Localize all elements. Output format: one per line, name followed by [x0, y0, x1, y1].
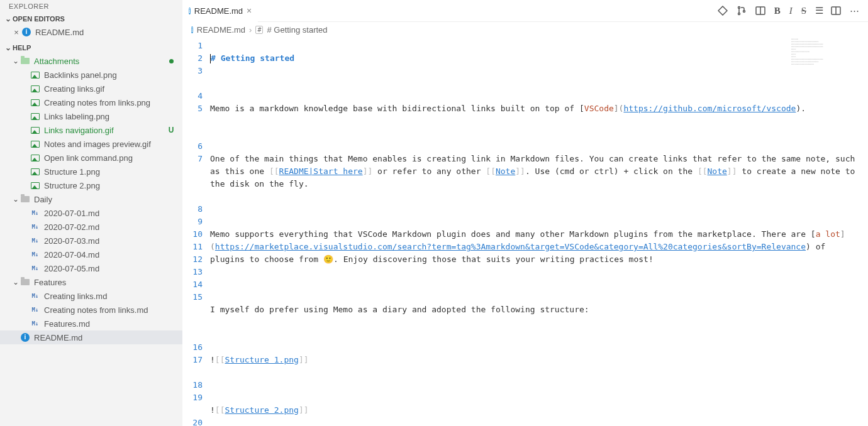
file-label: 2020-07-03.md	[44, 236, 176, 246]
folder-icon	[20, 277, 30, 287]
file-row[interactable]: M↓2020-07-02.md	[0, 220, 182, 234]
file-row[interactable]: Structure 2.png	[0, 178, 182, 192]
file-row[interactable]: Creating notes from links.png	[0, 96, 182, 109]
open-editors-header[interactable]: ⌄ OPEN EDITORS	[0, 13, 182, 25]
folder-icon	[20, 56, 30, 66]
image-icon	[30, 153, 40, 163]
file-row[interactable]: iREADME.md	[0, 330, 182, 344]
file-row[interactable]: Structure 1.png	[0, 165, 182, 178]
folder-row[interactable]: ⌄Daily	[0, 192, 182, 206]
svg-point-0	[738, 7, 740, 9]
strike-icon[interactable]: S	[801, 6, 806, 16]
preview-icon[interactable]	[755, 6, 765, 16]
file-label: Attachments	[34, 57, 169, 66]
markdown-icon: M↓	[30, 291, 40, 301]
source-control-icon[interactable]	[718, 6, 728, 16]
folder-icon	[20, 194, 30, 204]
split-icon[interactable]	[831, 6, 841, 16]
file-row[interactable]: Open link command.png	[0, 151, 182, 165]
markdown-icon: M↓	[30, 208, 40, 218]
image-icon	[30, 70, 40, 80]
file-row[interactable]: Notes and images preview.gif	[0, 137, 182, 151]
markdown-icon: M↓	[30, 263, 40, 273]
open-editor-item[interactable]: × i README.md	[0, 25, 182, 39]
help-tree: ⌄AttachmentsBacklinks panel.pngCreating …	[0, 54, 182, 347]
file-row[interactable]: M↓2020-07-04.md	[0, 248, 182, 261]
file-label: Creating notes from links.md	[44, 305, 176, 315]
close-icon[interactable]: ×	[247, 6, 252, 16]
file-label: Features	[34, 278, 176, 287]
file-row[interactable]: Links navigation.gifU	[0, 123, 182, 137]
file-label: Creating links.gif	[44, 84, 176, 94]
chevron-down-icon: ⌄	[11, 195, 20, 204]
file-label: Links navigation.gif	[44, 126, 166, 135]
file-row[interactable]: M↓Features.md	[0, 317, 182, 330]
open-editors-label: OPEN EDITORS	[13, 15, 65, 23]
file-label: Structure 1.png	[44, 167, 176, 177]
markdown-icon: M↓	[30, 249, 40, 259]
file-row[interactable]: M↓2020-07-05.md	[0, 261, 182, 275]
info-icon: i	[191, 25, 193, 35]
file-row[interactable]: Creating links.gif	[0, 82, 182, 96]
more-icon[interactable]: ⋯	[850, 5, 859, 16]
explorer-title: EXPLORER	[0, 0, 182, 13]
help-header[interactable]: ⌄ HELP	[0, 41, 182, 54]
image-icon	[30, 111, 40, 121]
help-label: HELP	[13, 44, 31, 52]
folder-row[interactable]: ⌄Features	[0, 275, 182, 289]
file-label: Creating notes from links.png	[44, 98, 176, 107]
line-gutter: 1234567891011121314151617181920	[182, 37, 210, 426]
editor-actions: B I S ☰ ⋯	[718, 5, 868, 16]
open-editors-list: × i README.md	[0, 25, 182, 41]
file-label: 2020-07-05.md	[44, 264, 176, 273]
chevron-down-icon: ⌄	[11, 278, 20, 287]
breadcrumb[interactable]: i README.md › # # Getting started	[182, 22, 868, 37]
markdown-icon: M↓	[30, 236, 40, 246]
chevron-down-icon: ⌄	[11, 57, 20, 65]
tab-readme[interactable]: i README.md ×	[182, 0, 258, 22]
tab-bar: i README.md × B I S ☰ ⋯	[182, 0, 868, 22]
file-label: README.md	[34, 333, 176, 342]
close-icon[interactable]: ×	[11, 28, 21, 37]
file-label: README.md	[35, 28, 176, 37]
file-label: Open link command.png	[44, 153, 176, 163]
svg-point-1	[738, 13, 740, 15]
code-editor[interactable]: 1234567891011121314151617181920 # Gettin…	[182, 37, 868, 426]
editor-area: i README.md × B I S ☰ ⋯ i README.md › # …	[182, 0, 868, 426]
list-icon[interactable]: ☰	[815, 8, 822, 14]
svg-point-2	[743, 11, 745, 13]
heading-icon: #	[255, 26, 263, 34]
image-icon	[30, 97, 40, 107]
markdown-icon: M↓	[30, 305, 40, 315]
image-icon	[30, 180, 40, 190]
breadcrumb-symbol[interactable]: # Getting started	[267, 25, 327, 35]
file-row[interactable]: M↓Creating notes from links.md	[0, 303, 182, 317]
file-label: 2020-07-01.md	[44, 209, 176, 218]
folder-row[interactable]: ⌄Attachments	[0, 54, 182, 68]
code-content[interactable]: # Getting started Memo is a markdown kno…	[210, 37, 868, 426]
file-label: 2020-07-04.md	[44, 250, 176, 259]
file-label: 2020-07-02.md	[44, 222, 176, 232]
info-icon: i	[20, 332, 30, 342]
file-row[interactable]: M↓2020-07-03.md	[0, 234, 182, 248]
file-label: Creating links.md	[44, 292, 176, 301]
git-compare-icon[interactable]	[737, 6, 747, 16]
tab-label: README.md	[194, 6, 243, 16]
file-row[interactable]: Links labeling.png	[0, 109, 182, 123]
file-row[interactable]: Backlinks panel.png	[0, 68, 182, 82]
file-row[interactable]: M↓2020-07-01.md	[0, 206, 182, 220]
git-status: U	[166, 126, 176, 134]
file-row[interactable]: M↓Creating links.md	[0, 289, 182, 303]
breadcrumb-file[interactable]: README.md	[197, 25, 245, 35]
bold-icon[interactable]: B	[774, 6, 781, 16]
image-icon	[30, 139, 40, 149]
image-icon	[30, 84, 40, 94]
file-label: Notes and images preview.gif	[44, 139, 176, 149]
chevron-down-icon: ⌄	[4, 14, 13, 23]
explorer-sidebar: EXPLORER ⌄ OPEN EDITORS × i README.md ⌄ …	[0, 0, 182, 426]
file-label: Backlinks panel.png	[44, 70, 176, 80]
italic-icon[interactable]: I	[789, 6, 793, 16]
chevron-down-icon: ⌄	[4, 43, 13, 52]
markdown-icon: M↓	[30, 319, 40, 329]
info-icon: i	[189, 6, 191, 16]
